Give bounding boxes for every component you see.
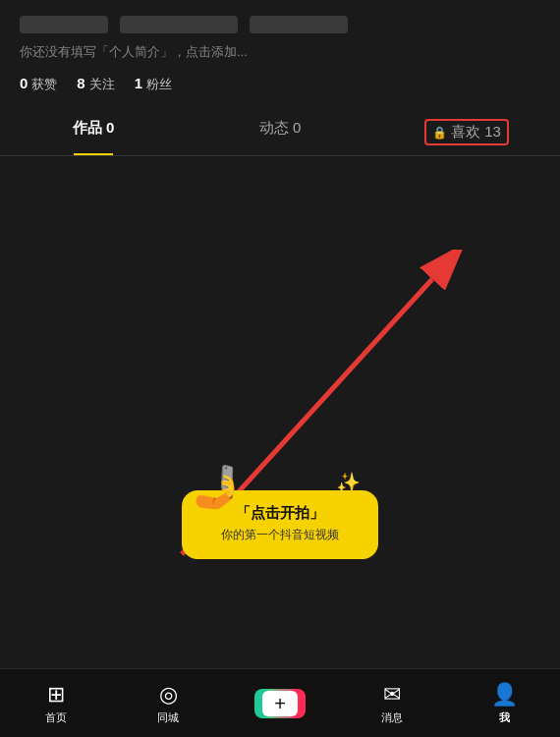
- stat-followers[interactable]: 1 粉丝: [135, 75, 172, 93]
- card-emoji: 🤳: [192, 463, 243, 511]
- nearby-icon: ◎: [159, 682, 178, 708]
- content-area: 🤳 ✨ 「点击开拍」 你的第一个抖音短视频: [0, 156, 560, 589]
- nav-item-messages[interactable]: ✉ 消息: [336, 682, 448, 725]
- stats-row: 0 获赞 8 关注 1 粉丝: [20, 75, 540, 93]
- following-num: 8: [77, 75, 84, 91]
- tab-activity[interactable]: 动态 0: [187, 109, 373, 155]
- likes-tab-label: 喜欢 13: [451, 123, 501, 142]
- camera-card-subtitle: 你的第一个抖音短视频: [205, 527, 355, 543]
- followers-label: 粉丝: [146, 76, 172, 93]
- tabs-row: 作品 0 动态 0 🔒 喜欢 13: [0, 109, 560, 156]
- likes-num: 0: [20, 75, 28, 91]
- tab-likes[interactable]: 🔒 喜欢 13: [373, 109, 560, 155]
- nav-item-nearby[interactable]: ◎ 同城: [112, 682, 224, 725]
- plus-icon: +: [274, 694, 286, 713]
- stat-following[interactable]: 8 关注: [77, 75, 114, 93]
- followers-num: 1: [135, 75, 142, 91]
- bio-hint[interactable]: 你还没有填写「个人简介」，点击添加...: [20, 43, 540, 61]
- plus-button[interactable]: +: [258, 689, 302, 718]
- nav-item-create[interactable]: +: [224, 689, 336, 718]
- home-icon: ⊞: [47, 682, 65, 708]
- messages-label: 消息: [381, 710, 403, 725]
- bottom-nav: ⊞ 首页 ◎ 同城 + ✉ 消息 👤 我: [0, 668, 560, 737]
- tab-works[interactable]: 作品 0: [0, 109, 187, 155]
- nav-item-home[interactable]: ⊞ 首页: [0, 682, 112, 725]
- lock-icon: 🔒: [432, 126, 447, 140]
- nav-item-profile[interactable]: 👤 我: [448, 682, 560, 725]
- nearby-label: 同城: [157, 710, 179, 725]
- likes-label: 获赞: [31, 76, 57, 93]
- name-bar-3: [250, 16, 348, 33]
- messages-icon: ✉: [383, 682, 401, 708]
- profile-label: 我: [499, 710, 510, 725]
- profile-section: 你还没有填写「个人简介」，点击添加... 0 获赞 8 关注 1 粉丝: [0, 0, 560, 93]
- camera-card[interactable]: 🤳 ✨ 「点击开拍」 你的第一个抖音短视频: [182, 490, 378, 559]
- stat-likes: 0 获赞: [20, 75, 57, 93]
- profile-icon: 👤: [491, 682, 518, 708]
- name-bar-2: [120, 16, 238, 33]
- sparkle-icon: ✨: [336, 471, 361, 494]
- name-bars: [20, 16, 540, 33]
- home-label: 首页: [45, 710, 67, 725]
- following-label: 关注: [89, 76, 115, 93]
- name-bar-1: [20, 16, 108, 33]
